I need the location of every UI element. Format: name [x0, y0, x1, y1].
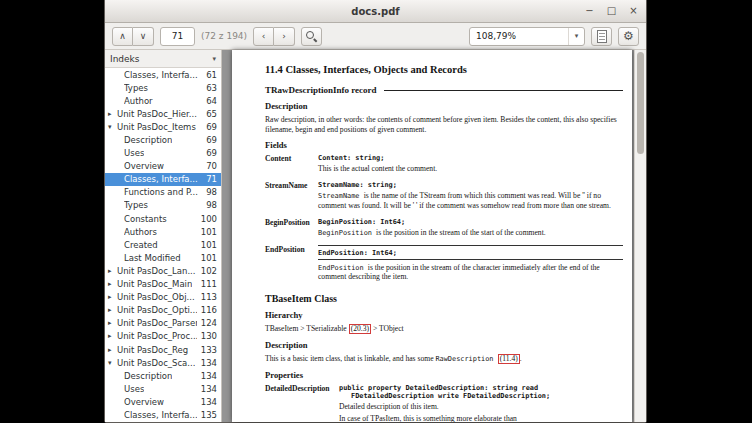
expander-icon[interactable]: ▸ [108, 267, 117, 275]
field-name: EndPosition [265, 245, 318, 285]
next-page-button[interactable]: ∨ [133, 27, 154, 46]
expander-icon[interactable]: ▸ [108, 319, 117, 327]
index-item-page: 101 [197, 253, 217, 263]
maximize-icon[interactable]: □ [605, 5, 618, 18]
index-item[interactable]: Classes, Interfa... 61 [105, 68, 221, 81]
scrollbar-thumb[interactable] [637, 52, 644, 154]
index-item-label: Author [124, 96, 153, 106]
chevron-down-icon: ∨ [140, 31, 147, 41]
index-item[interactable]: ▸ Unit PasDoc_Opti... 116 [105, 304, 221, 317]
index-item[interactable]: Description 134 [105, 369, 221, 382]
minimize-icon[interactable]: − [583, 5, 596, 18]
index-item[interactable]: Uses 69 [105, 147, 221, 160]
index-item-label: Classes, Interfa... [124, 70, 198, 80]
index-item-page: 124 [197, 318, 217, 328]
index-item-page: 64 [202, 96, 217, 106]
expander-icon[interactable]: ▸ [108, 346, 117, 354]
index-item-page: 134 [197, 371, 217, 381]
chevron-down-icon: ▾ [212, 55, 216, 63]
index-item-page: 69 [202, 148, 217, 158]
pdf-page[interactable]: 11.4 Classes, Interfaces, Objects and Re… [232, 50, 632, 422]
index-item[interactable]: Overview 134 [105, 395, 221, 408]
vertical-scrollbar[interactable] [634, 50, 646, 422]
class-description-link[interactable]: (11.4) [498, 354, 520, 364]
window-title: docs.pdf [351, 6, 399, 17]
expander-icon[interactable]: ▾ [108, 359, 117, 367]
search-button[interactable] [301, 27, 322, 46]
page-view-button[interactable] [591, 27, 612, 46]
index-item[interactable]: Uses 134 [105, 382, 221, 395]
index-item[interactable]: Classes, Interfa... 71 [105, 173, 221, 186]
index-item[interactable]: ▾ Unit PasDoc_Items 69 [105, 120, 221, 133]
index-item[interactable]: ▸ Unit PasDoc_Main 111 [105, 278, 221, 291]
index-item[interactable]: Types 98 [105, 199, 221, 212]
field-description: EndPosition is the position in the strea… [318, 263, 623, 283]
history-forward-button[interactable]: › [274, 27, 295, 46]
index-item-label: Functions and P... [124, 187, 198, 197]
index-item-label: Constants [124, 214, 167, 224]
description-heading: Description [265, 101, 623, 111]
index-item[interactable]: ▸ Unit PasDoc_Reg 133 [105, 343, 221, 356]
index-item[interactable]: ▸ Unit PasDoc_Hier... 65 [105, 107, 221, 120]
index-item[interactable]: Functions and P... 98 [105, 186, 221, 199]
index-item[interactable]: Created 101 [105, 238, 221, 251]
index-item-label: Unit PasDoc_Parser [117, 318, 197, 328]
zoom-value: 108,79% [470, 31, 568, 41]
index-item[interactable]: Classes, Interfa... 135 [105, 408, 221, 421]
index-item-page: 98 [202, 200, 217, 210]
index-item[interactable]: Types 63 [105, 81, 221, 94]
page-count-label: (72 z 194) [201, 31, 247, 41]
titlebar[interactable]: docs.pdf − □ × [105, 0, 646, 23]
main-area: Indeks ▾ Classes, Interfa... 61 Types 63… [105, 50, 646, 422]
index-item-label: Classes, Interfa... [124, 410, 197, 420]
field-declaration: BeginPosition: Int64; [318, 218, 623, 226]
index-item[interactable]: ▸ Unit PasDoc_Parser 124 [105, 317, 221, 330]
index-list: Classes, Interfa... 61 Types 63 Author 6… [105, 68, 221, 422]
index-item[interactable]: Description 69 [105, 133, 221, 146]
hierarchy-link[interactable]: (20.3) [349, 324, 371, 334]
index-item[interactable]: ▸ Unit PasDoc_Obj... 113 [105, 291, 221, 304]
expander-icon[interactable]: ▾ [108, 123, 117, 131]
section-heading: 11.4 Classes, Interfaces, Objects and Re… [265, 64, 623, 75]
expander-icon[interactable]: ▸ [108, 293, 117, 301]
expander-icon[interactable]: ▸ [108, 332, 117, 340]
settings-button[interactable]: ⚙ [618, 27, 639, 46]
page-number-input[interactable]: 71 [160, 27, 195, 46]
index-item[interactable]: Last Modified 101 [105, 251, 221, 264]
history-back-button[interactable]: ‹ [253, 27, 274, 46]
index-item[interactable]: Author 64 [105, 94, 221, 107]
index-item-label: Types [124, 83, 148, 93]
zoom-dropdown-icon[interactable]: ▾ [568, 28, 584, 45]
index-item[interactable]: Overview 70 [105, 160, 221, 173]
close-icon[interactable]: × [627, 5, 640, 18]
index-item-label: Unit PasDoc_Reg [117, 345, 188, 355]
field-row: StreamName StreamName: string; StreamNam… [265, 181, 623, 213]
expander-icon[interactable]: ▸ [108, 280, 117, 288]
field-row: EndPosition EndPosition: Int64; EndPosit… [265, 245, 623, 285]
index-item[interactable]: ▸ Unit PasDoc_Proc... 130 [105, 330, 221, 343]
index-item[interactable]: Constants 100 [105, 212, 221, 225]
index-item-label: Authors [124, 227, 157, 237]
index-item-label: Overview [124, 161, 164, 171]
toolbar: ∧ ∨ 71 (72 z 194) ‹ › 108,79% ▾ ⚙ [105, 23, 646, 50]
field-name: StreamName [265, 181, 318, 213]
expander-icon[interactable]: ▸ [108, 306, 117, 314]
field-declaration: Content: string; [318, 154, 623, 162]
index-item-page: 111 [197, 279, 217, 289]
index-item-page: 70 [202, 161, 217, 171]
field-name: Content [265, 154, 318, 176]
field-description-code: EndPosition [318, 264, 368, 272]
index-item[interactable]: ▸ Unit PasDoc_Lan... 102 [105, 264, 221, 277]
description-text: Raw description, in other words: the con… [265, 115, 623, 134]
titlebar-buttons: − □ × [583, 0, 640, 22]
sidebar-mode-selector[interactable]: Indeks ▾ [105, 50, 221, 68]
index-item-label: Uses [124, 148, 144, 158]
index-item[interactable]: ▾ Unit PasDoc_Sca... 134 [105, 356, 221, 369]
class-heading: TBaseItem Class [265, 293, 623, 304]
expander-icon[interactable]: ▸ [108, 110, 117, 118]
pdf-viewer-window: docs.pdf − □ × ∧ ∨ 71 (72 z 194) ‹ › 108… [104, 0, 647, 423]
index-item[interactable]: Authors 101 [105, 225, 221, 238]
previous-page-button[interactable]: ∧ [112, 27, 133, 46]
index-item-label: Classes, Interfa... [124, 174, 198, 184]
zoom-selector[interactable]: 108,79% ▾ [469, 27, 585, 46]
